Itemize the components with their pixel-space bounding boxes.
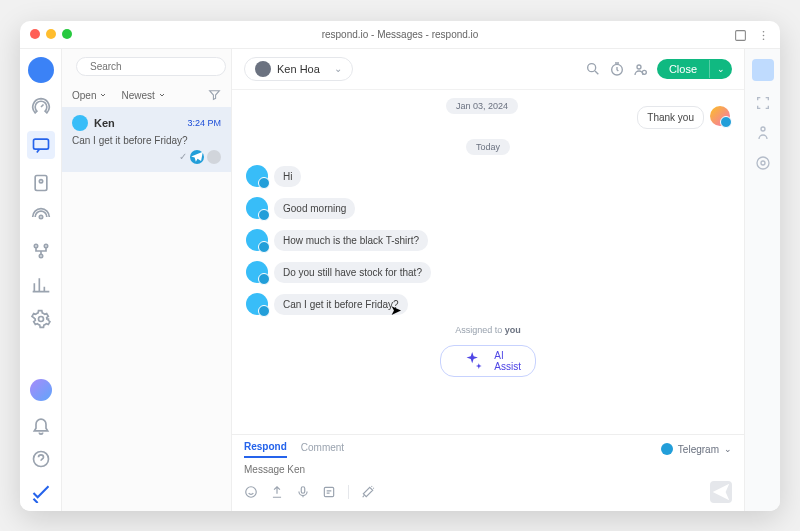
incoming-message: How much is the black T-shirt? bbox=[246, 229, 428, 251]
svg-point-18 bbox=[637, 65, 641, 69]
chevron-down-icon: ⌄ bbox=[724, 444, 732, 454]
nav-messages[interactable] bbox=[27, 131, 55, 159]
nav-notifications[interactable] bbox=[31, 415, 51, 435]
app-window: respond.io - Messages - respond.io bbox=[20, 21, 780, 511]
contact-avatar bbox=[255, 61, 271, 77]
svg-rect-22 bbox=[324, 487, 333, 496]
right-detail-rail bbox=[744, 49, 780, 511]
chevron-down-icon bbox=[158, 91, 166, 99]
expand-icon[interactable] bbox=[755, 95, 771, 111]
telegram-icon bbox=[661, 443, 673, 455]
contact-avatar bbox=[72, 115, 88, 131]
voice-icon[interactable] bbox=[296, 485, 310, 499]
svg-point-7 bbox=[39, 215, 42, 218]
contact-avatar bbox=[246, 293, 268, 315]
activity-icon[interactable] bbox=[755, 125, 771, 141]
contact-name: Ken Hoa bbox=[277, 63, 320, 75]
messages-scroll[interactable]: Jan 03, 2024 Thank you Today Hi Good mor… bbox=[232, 90, 744, 434]
assign-icon[interactable] bbox=[633, 61, 649, 77]
message-bubble: Thank you bbox=[637, 106, 704, 129]
message-bubble: Good morning bbox=[274, 198, 355, 219]
contact-avatar bbox=[246, 261, 268, 283]
nav-logo[interactable] bbox=[31, 483, 51, 503]
filter-status[interactable]: Open bbox=[72, 90, 107, 101]
snippet-icon[interactable] bbox=[322, 485, 336, 499]
chevron-down-icon bbox=[99, 91, 107, 99]
channel-selector[interactable]: Telegram ⌄ bbox=[661, 443, 732, 455]
svg-point-20 bbox=[246, 486, 257, 497]
chat-header: Ken Hoa ⌄ Close ⌄ bbox=[232, 49, 744, 90]
close-conversation-button[interactable]: Close ⌄ bbox=[657, 59, 732, 79]
left-nav-rail bbox=[20, 49, 62, 511]
send-button[interactable] bbox=[710, 481, 732, 503]
chevron-down-icon[interactable]: ⌄ bbox=[709, 60, 732, 78]
svg-point-11 bbox=[38, 316, 43, 321]
attach-icon[interactable] bbox=[270, 485, 284, 499]
filter-sort[interactable]: Newest bbox=[121, 90, 165, 101]
nav-dashboard[interactable] bbox=[31, 97, 51, 117]
nav-help[interactable] bbox=[31, 449, 51, 469]
inbox-panel: Open Newest Ken 3:24 PM Can I get it bef… bbox=[62, 49, 232, 511]
message-bubble: Do you still have stock for that? bbox=[274, 262, 431, 283]
svg-point-9 bbox=[44, 244, 47, 247]
contact-avatar bbox=[246, 229, 268, 251]
svg-point-24 bbox=[761, 161, 765, 165]
svg-point-8 bbox=[34, 244, 37, 247]
agent-avatar bbox=[710, 106, 730, 126]
search-box[interactable] bbox=[76, 57, 226, 76]
svg-point-23 bbox=[761, 127, 765, 131]
message-bubble: Can I get it before Friday? bbox=[274, 294, 408, 315]
svg-rect-21 bbox=[301, 486, 305, 492]
nav-reports[interactable] bbox=[31, 275, 51, 295]
contact-avatar bbox=[246, 197, 268, 219]
svg-rect-4 bbox=[33, 139, 48, 149]
conversation-time: 3:24 PM bbox=[187, 118, 221, 128]
svg-point-10 bbox=[39, 254, 42, 257]
date-chip: Jan 03, 2024 bbox=[446, 98, 518, 114]
svg-point-16 bbox=[588, 63, 596, 71]
nav-broadcast[interactable] bbox=[31, 207, 51, 227]
outgoing-message: Thank you bbox=[637, 106, 730, 129]
magic-icon[interactable] bbox=[361, 485, 375, 499]
conversation-item[interactable]: Ken 3:24 PM Can I get it before Friday? … bbox=[62, 107, 231, 172]
filter-funnel-icon[interactable] bbox=[208, 88, 221, 103]
tab-comment[interactable]: Comment bbox=[301, 442, 344, 457]
date-chip: Today bbox=[466, 139, 510, 155]
search-conversation-icon[interactable] bbox=[585, 61, 601, 77]
workspace-avatar[interactable] bbox=[28, 57, 54, 83]
message-input[interactable] bbox=[244, 458, 732, 481]
nav-workflows[interactable] bbox=[31, 241, 51, 261]
incoming-message: Can I get it before Friday? bbox=[246, 293, 408, 315]
svg-point-25 bbox=[757, 157, 769, 169]
incoming-message: Hi bbox=[246, 165, 301, 187]
settings-icon[interactable] bbox=[755, 155, 771, 171]
ai-assist-button[interactable]: AI Assist bbox=[440, 345, 536, 378]
assigned-note: Assigned to you bbox=[455, 325, 521, 335]
composer: Respond Comment Telegram ⌄ bbox=[232, 434, 744, 511]
user-avatar[interactable] bbox=[30, 379, 52, 401]
sparkle-icon bbox=[455, 350, 489, 373]
emoji-icon[interactable] bbox=[244, 485, 258, 499]
conversation-preview: Can I get it before Friday? bbox=[72, 135, 221, 146]
read-receipt-icon: ✓ bbox=[179, 151, 187, 162]
telegram-icon bbox=[190, 150, 204, 164]
snooze-icon[interactable] bbox=[609, 61, 625, 77]
contact-selector[interactable]: Ken Hoa ⌄ bbox=[244, 57, 353, 81]
incoming-message: Good morning bbox=[246, 197, 355, 219]
nav-settings[interactable] bbox=[31, 309, 51, 329]
message-bubble: Hi bbox=[274, 166, 301, 187]
assignee-avatar bbox=[207, 150, 221, 164]
chevron-down-icon: ⌄ bbox=[334, 63, 342, 74]
contact-avatar bbox=[246, 165, 268, 187]
contact-name: Ken bbox=[94, 117, 115, 129]
window-title: respond.io - Messages - respond.io bbox=[20, 29, 780, 40]
svg-point-6 bbox=[39, 179, 42, 182]
chat-panel: Ken Hoa ⌄ Close ⌄ Jan 03, 2024 Thank you bbox=[232, 49, 744, 511]
search-input[interactable] bbox=[90, 61, 217, 72]
tab-respond[interactable]: Respond bbox=[244, 441, 287, 458]
nav-contacts[interactable] bbox=[31, 173, 51, 193]
titlebar: respond.io - Messages - respond.io bbox=[20, 21, 780, 49]
app-body: Open Newest Ken 3:24 PM Can I get it bef… bbox=[20, 49, 780, 511]
contact-profile-icon[interactable] bbox=[752, 59, 774, 81]
incoming-message: Do you still have stock for that? bbox=[246, 261, 431, 283]
